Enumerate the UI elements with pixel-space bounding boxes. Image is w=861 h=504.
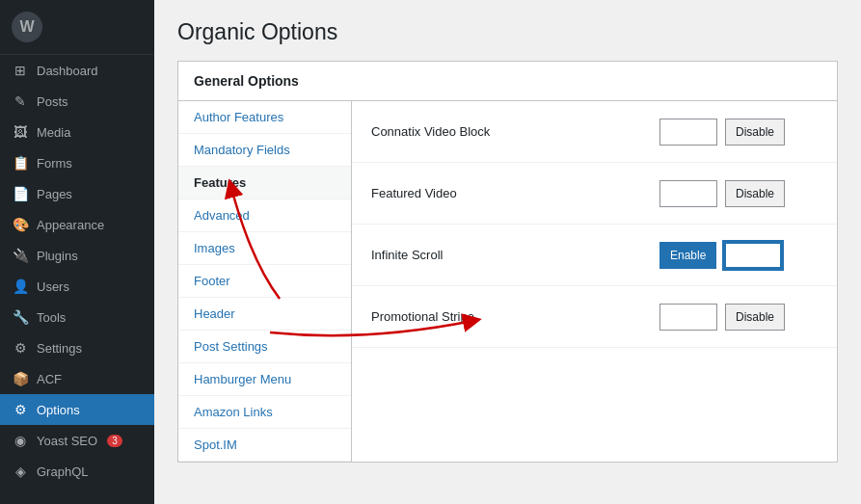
main-content: Organic Options General Options Author F… — [154, 0, 861, 504]
yoast-seo-icon: ◉ — [12, 433, 29, 448]
sidebar-item-label: Tools — [37, 310, 66, 325]
option-row: Infinite ScrollEnable — [352, 225, 837, 286]
disable-button[interactable]: Disable — [725, 180, 785, 207]
nav-item-post-settings[interactable]: Post Settings — [178, 331, 351, 363]
nav-item-features: Features — [178, 167, 351, 199]
sidebar-item-pages[interactable]: 📄Pages — [0, 178, 154, 209]
sidebar-item-label: Dashboard — [37, 64, 98, 78]
option-row: Connatix Video BlockDisable — [352, 101, 837, 163]
option-row: Featured VideoDisable — [352, 163, 837, 225]
dashboard-icon: ⊞ — [12, 63, 29, 78]
sidebar-item-media[interactable]: 🖼Media — [0, 117, 154, 147]
settings-icon: ⚙ — [12, 340, 29, 356]
posts-icon: ✎ — [12, 93, 29, 109]
options-icon: ⚙ — [12, 402, 29, 417]
sidebar-item-plugins[interactable]: 🔌Plugins — [0, 240, 154, 271]
option-control: Disable — [644, 169, 837, 219]
option-label: Infinite Scroll — [352, 236, 644, 274]
sidebar-item-label: ACF — [37, 372, 62, 386]
card-body: Author FeaturesMandatory FieldsFeaturesA… — [178, 101, 837, 462]
sidebar-item-label: Posts — [37, 94, 68, 109]
sidebar-item-appearance[interactable]: 🎨Appearance — [0, 209, 154, 240]
nav-item-mandatory-fields[interactable]: Mandatory Fields — [178, 134, 351, 167]
option-input[interactable] — [724, 242, 782, 269]
sidebar-item-tools[interactable]: 🔧Tools — [0, 302, 154, 332]
nav-item-author-features[interactable]: Author Features — [178, 101, 351, 134]
sidebar-item-posts[interactable]: ✎Posts — [0, 86, 154, 117]
nav-item-footer[interactable]: Footer — [178, 265, 351, 298]
page-title: Organic Options — [177, 19, 838, 45]
sidebar: W ⊞Dashboard✎Posts🖼Media📋Forms📄Pages🎨App… — [0, 0, 154, 504]
sidebar-item-yoast-seo[interactable]: ◉Yoast SEO3 — [0, 425, 154, 456]
sidebar-item-settings[interactable]: ⚙Settings — [0, 332, 154, 363]
option-label: Featured Video — [352, 174, 644, 212]
sidebar-item-label: Settings — [37, 341, 82, 356]
sidebar-item-label: Forms — [37, 156, 72, 171]
sidebar-item-forms[interactable]: 📋Forms — [0, 147, 154, 178]
sidebar-item-acf[interactable]: 📦ACF — [0, 363, 154, 394]
option-input[interactable] — [659, 119, 717, 146]
acf-icon: 📦 — [12, 371, 29, 386]
users-icon: 👤 — [12, 279, 29, 294]
general-options-card: General Options Author FeaturesMandatory… — [177, 61, 838, 463]
pages-icon: 📄 — [12, 186, 29, 201]
option-control: Disable — [644, 107, 837, 157]
sidebar-logo: W — [0, 0, 154, 55]
sidebar-item-label: Plugins — [37, 249, 78, 263]
option-control: Enable — [644, 230, 837, 280]
nav-item-hamburger-menu[interactable]: Hamburger Menu — [178, 363, 351, 396]
option-label: Promotional Stripe — [352, 298, 644, 335]
sidebar-item-label: Users — [37, 279, 69, 294]
options-nav: Author FeaturesMandatory FieldsFeaturesA… — [178, 101, 352, 462]
sidebar-item-label: Options — [37, 403, 80, 417]
option-input[interactable] — [659, 180, 717, 207]
sidebar-item-users[interactable]: 👤Users — [0, 271, 154, 302]
appearance-icon: 🎨 — [12, 217, 29, 232]
nav-item-spot.im[interactable]: Spot.IM — [178, 429, 351, 462]
media-icon: 🖼 — [12, 124, 29, 140]
forms-icon: 📋 — [12, 155, 29, 171]
sidebar-item-dashboard[interactable]: ⊞Dashboard — [0, 55, 154, 86]
option-row: Promotional StripeDisable — [352, 286, 837, 348]
plugins-icon: 🔌 — [12, 248, 29, 263]
tools-icon: 🔧 — [12, 309, 29, 325]
card-title: General Options — [178, 62, 837, 101]
nav-item-images[interactable]: Images — [178, 232, 351, 265]
disable-button[interactable]: Disable — [725, 304, 785, 331]
options-content: Connatix Video BlockDisableFeatured Vide… — [352, 101, 837, 462]
option-label: Connatix Video Block — [352, 113, 644, 150]
nav-item-amazon-links[interactable]: Amazon Links — [178, 396, 351, 429]
option-input[interactable] — [659, 304, 717, 331]
nav-item-advanced[interactable]: Advanced — [178, 199, 351, 232]
sidebar-item-label: Yoast SEO — [37, 434, 97, 448]
sidebar-item-graphql[interactable]: ◈GraphQL — [0, 456, 154, 487]
sidebar-item-label: Media — [37, 125, 70, 140]
sidebar-item-options[interactable]: ⚙Options — [0, 394, 154, 425]
nav-item-header[interactable]: Header — [178, 298, 351, 331]
badge: 3 — [107, 435, 122, 447]
sidebar-item-label: Pages — [37, 187, 72, 201]
disable-button[interactable]: Disable — [725, 119, 785, 146]
wp-logo-icon: W — [12, 12, 42, 42]
enable-button[interactable]: Enable — [659, 242, 716, 269]
graphql-icon: ◈ — [12, 464, 29, 479]
sidebar-item-label: Appearance — [37, 218, 104, 232]
sidebar-item-label: GraphQL — [37, 464, 88, 479]
option-control: Disable — [644, 292, 837, 342]
